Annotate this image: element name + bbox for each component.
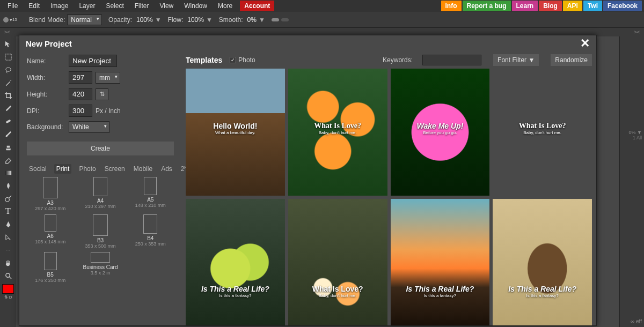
infinity-icon[interactable]: ∞ <box>631 318 634 324</box>
eyedropper-tool-icon[interactable] <box>1 102 16 115</box>
preset-dimensions: 353 x 500 mm <box>85 243 115 249</box>
preset-business-card[interactable]: Business Card 3.5 x 2 in <box>77 252 123 283</box>
template-line1: What Is Love? <box>288 285 387 293</box>
crop-tool-icon[interactable] <box>1 89 16 102</box>
eraser-tool-icon[interactable] <box>1 153 16 166</box>
blur-tool-icon[interactable] <box>1 179 16 192</box>
zoom-tool-icon[interactable] <box>1 269 16 282</box>
preset-tab-mobile[interactable]: Mobile <box>133 164 153 174</box>
opacity-value[interactable]: 100% <box>136 16 153 24</box>
menu-more[interactable]: More <box>213 1 238 11</box>
preset-dimensions: 3.5 x 2 in <box>91 270 111 276</box>
menu-window[interactable]: Window <box>179 1 213 11</box>
preset-b3[interactable]: B3 353 x 500 mm <box>77 214 123 249</box>
marquee-tool-icon[interactable] <box>1 50 16 63</box>
dpi-input[interactable] <box>69 105 92 117</box>
swap-colors-icon[interactable]: ⇅ D <box>4 295 12 300</box>
template-card-7[interactable]: Is This a Real Life? Is this a fantasy? <box>493 199 592 326</box>
preset-a4[interactable]: A4 210 x 297 mm <box>77 177 123 211</box>
move-tool-icon[interactable] <box>1 38 16 50</box>
template-card-1[interactable]: What Is Love? Baby, don't hurt me. <box>288 69 387 196</box>
font-filter-button[interactable]: Font Filter ▼ <box>493 54 539 66</box>
background-select[interactable]: White <box>69 121 109 133</box>
template-card-4[interactable]: Is This a Real Life? Is this a fantasy? <box>186 199 285 326</box>
template-line2: Is this a fantasy? <box>493 293 592 298</box>
template-card-0[interactable]: Hello World! What a beautiful day. <box>186 69 285 196</box>
keywords-input[interactable] <box>422 55 481 65</box>
flow-dropdown-icon[interactable]: ▼ <box>206 16 213 24</box>
preset-a3[interactable]: A3 297 x 420 mm <box>27 177 74 211</box>
menu-filter[interactable]: Filter <box>129 1 155 11</box>
preset-tab-ads[interactable]: Ads <box>160 164 173 174</box>
opacity-dropdown-icon[interactable]: ▼ <box>155 16 162 24</box>
flow-value[interactable]: 100% <box>187 16 204 24</box>
link-learn[interactable]: Learn <box>512 1 538 11</box>
template-card-3[interactable]: What Is Love? Baby, don't hurt me. <box>493 69 592 196</box>
preset-tab-photo[interactable]: Photo <box>78 164 97 174</box>
gradient-tool-icon[interactable] <box>1 166 16 179</box>
width-input[interactable] <box>69 71 92 84</box>
link-facebook[interactable]: Facebook <box>603 1 642 11</box>
photo-checkbox[interactable]: ✓ <box>230 57 236 63</box>
brush-tool-icon[interactable] <box>1 128 16 140</box>
preset-tab-social[interactable]: Social <box>28 164 48 174</box>
name-label: Name: <box>27 57 69 65</box>
path-select-tool-icon[interactable] <box>1 231 16 243</box>
menu-layer[interactable]: Layer <box>74 1 100 11</box>
dialog-title: New Project <box>26 39 72 48</box>
preset-grid: A3 297 x 420 mm A4 210 x 297 mm A5 148 x… <box>27 177 174 283</box>
template-line1: Is This a Real Life? <box>391 285 490 293</box>
dodge-tool-icon[interactable] <box>1 192 16 205</box>
randomize-button[interactable]: Randomize <box>551 54 592 66</box>
link-twitter[interactable]: Twi <box>583 1 602 11</box>
swap-dimensions-icon[interactable]: ⇅ <box>96 88 108 100</box>
preset-b5[interactable]: B5 176 x 250 mm <box>27 252 74 283</box>
link-report-bug[interactable]: Report a bug <box>463 1 511 11</box>
opacity-label: Opacity: <box>108 16 132 24</box>
pressure-opacity-icon[interactable] <box>272 18 279 21</box>
smooth-dropdown-icon[interactable]: ▼ <box>259 16 265 24</box>
lasso-tool-icon[interactable] <box>1 63 16 76</box>
height-input[interactable] <box>69 88 92 100</box>
preset-a5[interactable]: A5 148 x 210 mm <box>127 177 174 211</box>
pressure-size-icon[interactable] <box>281 18 289 21</box>
menu-account[interactable]: Account <box>240 1 274 11</box>
blend-mode-select[interactable]: Normal <box>67 14 102 25</box>
template-line2: Baby, don't hurt me. <box>288 130 387 135</box>
link-blog[interactable]: Blog <box>539 1 562 11</box>
clone-tool-icon[interactable] <box>1 140 16 153</box>
smooth-value[interactable]: 0% <box>247 16 257 24</box>
preset-name: A6 <box>47 233 54 239</box>
width-unit-select[interactable]: mm <box>96 72 120 84</box>
template-card-2[interactable]: Wake Me Up! Before you go go. <box>391 69 490 196</box>
link-info[interactable]: Info <box>441 1 462 11</box>
svg-rect-4 <box>5 170 11 175</box>
name-input[interactable] <box>69 55 117 67</box>
wand-tool-icon[interactable] <box>1 76 16 89</box>
template-card-5[interactable]: What Is Love? Baby, don't hurt me. <box>288 199 387 326</box>
preset-tab-print[interactable]: Print <box>54 164 72 174</box>
menu-edit[interactable]: Edit <box>23 1 45 11</box>
create-button[interactable]: Create <box>27 142 174 155</box>
link-api[interactable]: APi <box>563 1 582 11</box>
foreground-color-swatch[interactable] <box>2 284 14 294</box>
menu-file[interactable]: File <box>2 1 23 11</box>
preset-b4[interactable]: B4 250 x 353 mm <box>127 214 174 249</box>
template-card-6[interactable]: Is This a Real Life? Is this a fantasy? <box>391 199 490 326</box>
preset-tab-screen[interactable]: Screen <box>104 164 126 174</box>
preset-name: B5 <box>47 272 54 278</box>
menu-view[interactable]: View <box>154 1 179 11</box>
pen-tool-icon[interactable] <box>1 218 16 231</box>
hand-tool-icon[interactable] <box>1 256 16 269</box>
menu-image[interactable]: Image <box>45 1 74 11</box>
preset-name: A3 <box>47 200 54 206</box>
heal-tool-icon[interactable] <box>1 115 16 128</box>
brush-preview-icon[interactable] <box>3 17 9 23</box>
shape-tool-icon[interactable]: ⋯ <box>1 243 16 256</box>
type-tool-icon[interactable]: T <box>1 205 16 218</box>
menu-select[interactable]: Select <box>100 1 129 11</box>
template-line2: Baby, don't hurt me. <box>493 130 592 135</box>
preset-a6[interactable]: A6 105 x 148 mm <box>27 214 74 249</box>
close-icon[interactable]: ✕ <box>580 36 590 50</box>
template-line2: What a beautiful day. <box>186 130 285 135</box>
